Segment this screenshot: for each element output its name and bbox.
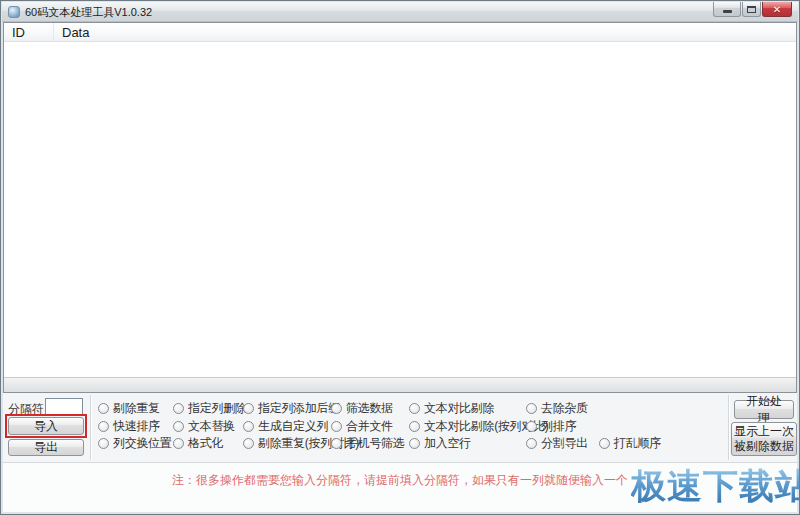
data-listview: ID Data <box>3 22 797 393</box>
option-r1-c6[interactable]: 去除杂质 <box>526 402 588 415</box>
option-label: 加入空行 <box>424 435 471 452</box>
option-label: 指定列删除 <box>188 400 247 417</box>
option-label: 文本替换 <box>188 418 235 435</box>
radio-icon[interactable] <box>243 438 254 449</box>
radio-icon[interactable] <box>173 421 184 432</box>
radio-icon[interactable] <box>331 403 342 414</box>
option-r3-c7[interactable]: 打乱顺序 <box>599 437 661 450</box>
start-processing-button[interactable]: 开始处理 <box>734 400 794 419</box>
bottom-panel: 分隔符 导入 导出 剔除重复指定列删除指定列添加后缀筛选数据文本对比剔除去除杂质… <box>3 393 797 462</box>
radio-icon[interactable] <box>173 403 184 414</box>
option-r1-c1[interactable]: 剔除重复 <box>98 402 160 415</box>
radio-icon[interactable] <box>409 438 420 449</box>
maximize-button[interactable] <box>742 2 761 17</box>
watermark: 极速下载站 <box>631 463 800 510</box>
option-r2-c2[interactable]: 文本替换 <box>173 420 235 433</box>
option-label: 生成自定义列 <box>258 418 328 435</box>
option-r3-c4[interactable]: 手机号筛选 <box>331 437 405 450</box>
option-r3-c1[interactable]: 列交换位置 <box>98 437 172 450</box>
minimize-button[interactable] <box>713 2 741 17</box>
column-header-data[interactable]: Data <box>54 23 796 41</box>
radio-icon[interactable] <box>98 403 109 414</box>
radio-icon[interactable] <box>526 421 537 432</box>
radio-icon[interactable] <box>331 438 342 449</box>
option-label: 列排序 <box>541 418 576 435</box>
radio-icon[interactable] <box>526 403 537 414</box>
radio-icon[interactable] <box>98 438 109 449</box>
option-label: 格式化 <box>188 435 223 452</box>
minimize-icon <box>723 10 732 13</box>
app-icon <box>8 6 20 18</box>
option-label: 合并文件 <box>346 418 393 435</box>
option-r1-c4[interactable]: 筛选数据 <box>331 402 393 415</box>
app-window: 60码文本处理工具V1.0.32 ✕ ID Data 分隔符 导入 导出 剔除重… <box>0 0 800 515</box>
list-body <box>4 42 796 377</box>
option-r3-c2[interactable]: 格式化 <box>173 437 223 450</box>
radio-icon[interactable] <box>173 438 184 449</box>
radio-icon[interactable] <box>243 421 254 432</box>
option-label: 剔除重复 <box>113 400 160 417</box>
option-r1-c2[interactable]: 指定列删除 <box>173 402 247 415</box>
option-r3-c5[interactable]: 加入空行 <box>409 437 471 450</box>
horizontal-scrollbar[interactable] <box>4 377 796 392</box>
options-grid: 剔除重复指定列删除指定列添加后缀筛选数据文本对比剔除去除杂质快速排序文本替换生成… <box>3 393 797 462</box>
option-label: 快速排序 <box>113 418 160 435</box>
radio-icon[interactable] <box>98 421 109 432</box>
option-r2-c3[interactable]: 生成自定义列 <box>243 420 328 433</box>
list-header: ID Data <box>4 23 796 42</box>
option-label: 文本对比剔除 <box>424 400 494 417</box>
option-label: 指定列添加后缀 <box>258 400 340 417</box>
option-label: 去除杂质 <box>541 400 588 417</box>
radio-icon[interactable] <box>526 438 537 449</box>
close-icon: ✕ <box>773 3 781 16</box>
window-title: 60码文本处理工具V1.0.32 <box>25 2 152 22</box>
option-r2-c6[interactable]: 列排序 <box>526 420 576 433</box>
option-r1-c5[interactable]: 文本对比剔除 <box>409 402 494 415</box>
option-r3-c6[interactable]: 分割导出 <box>526 437 588 450</box>
option-r2-c4[interactable]: 合并文件 <box>331 420 393 433</box>
radio-icon[interactable] <box>243 403 254 414</box>
option-label: 筛选数据 <box>346 400 393 417</box>
option-label: 手机号筛选 <box>346 435 405 452</box>
titlebar[interactable]: 60码文本处理工具V1.0.32 ✕ <box>2 2 798 22</box>
radio-icon[interactable] <box>409 421 420 432</box>
option-r2-c1[interactable]: 快速排序 <box>98 420 160 433</box>
show-last-deleted-button[interactable]: 显示上一次被剔除数据 <box>731 422 797 456</box>
option-label: 列交换位置 <box>113 435 172 452</box>
window-controls: ✕ <box>713 2 792 17</box>
option-label: 打乱顺序 <box>614 435 661 452</box>
option-label: 分割导出 <box>541 435 588 452</box>
radio-icon[interactable] <box>331 421 342 432</box>
option-r1-c3[interactable]: 指定列添加后缀 <box>243 402 340 415</box>
close-button[interactable]: ✕ <box>762 2 792 17</box>
column-header-id[interactable]: ID <box>4 23 54 41</box>
radio-icon[interactable] <box>599 438 610 449</box>
maximize-icon <box>747 6 756 13</box>
radio-icon[interactable] <box>409 403 420 414</box>
